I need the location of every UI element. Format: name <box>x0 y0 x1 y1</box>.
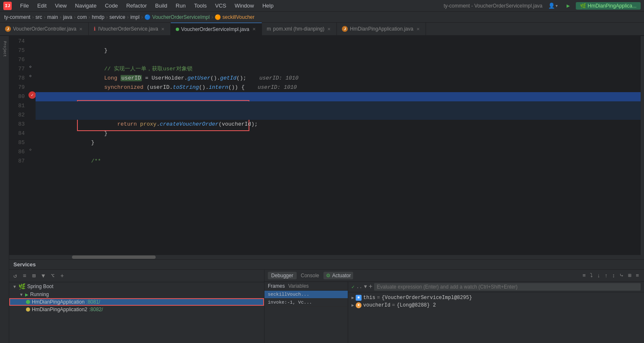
menu-view[interactable]: View <box>51 2 70 10</box>
debug-tabs-bar: Debugger Console ⚙ Actuator ≡ ⤵ ↓ ↑ ↕ <box>264 270 644 282</box>
breadcrumb-method[interactable]: 🟠 seckillVoucher <box>215 14 254 20</box>
debug-tab-console[interactable]: Console <box>298 272 323 279</box>
code-lines[interactable]: } // 实现一人一单，获取user对象锁 Long userID = User… <box>36 36 641 255</box>
frames-content: seckillVouch... invoke:-1, Vc... <box>264 291 348 343</box>
breadcrumb-java[interactable]: java <box>63 14 72 20</box>
tab-hm-app[interactable]: J HmDianPingApplication.java ✕ <box>337 23 426 35</box>
breadcrumb-src[interactable]: src <box>36 14 42 20</box>
tab-voucher-controller[interactable]: J VoucherOrderController.java ✕ <box>0 23 89 35</box>
services-tree: ▼ 🌿 Spring Boot ▼ ▶ Running <box>9 282 264 343</box>
var-voucher-icon: ● <box>356 302 362 308</box>
breadcrumb-class[interactable]: 🔵 VoucherOrderServiceImpl <box>144 14 210 20</box>
breadcrumb-impl[interactable]: impl <box>130 14 139 20</box>
services-body: ↺ ≡ ⊞ ▼ ⌥ + ▼ 🌿 Spring Boot <box>9 270 644 343</box>
check-icon: ✓ <box>352 284 354 290</box>
services-toolbar: ↺ ≡ ⊞ ▼ ⌥ + <box>9 270 264 282</box>
code-line-84: } <box>36 129 641 138</box>
horizontal-scrollbar[interactable] <box>9 255 644 259</box>
evaluate-input[interactable] <box>374 283 641 291</box>
debug-tool-step-out[interactable]: ↑ <box>603 272 610 280</box>
menu-refactor[interactable]: Refactor <box>123 2 150 10</box>
menu-window[interactable]: Window <box>231 2 257 10</box>
frame-item-0[interactable]: seckillVouch... <box>264 291 348 299</box>
tree-spring-boot[interactable]: ▼ 🌿 Spring Boot <box>9 282 264 291</box>
breakpoint-icon[interactable]: ✓ <box>28 91 36 99</box>
debug-tool-frames[interactable]: ⊞ <box>626 271 633 280</box>
frames-header: Frames Variables <box>264 282 348 291</box>
tabs-spacer <box>426 23 644 35</box>
code-line-80: Object o = AopContext.currentProxy(); <box>36 92 641 101</box>
code-line-74: } <box>36 37 641 46</box>
frames-tab[interactable]: Frames <box>268 283 285 289</box>
frame-item-1[interactable]: invoke:-1, Vc... <box>264 299 348 307</box>
add-btn[interactable]: + <box>59 272 65 280</box>
tab-warning-icon: ℹ <box>94 26 96 32</box>
tab-dot-green <box>176 28 179 31</box>
layout-btn[interactable]: ⊞ <box>31 271 37 280</box>
var-voucher-id[interactable]: ▶ ● voucherId = {Long@8288} 2 <box>348 302 644 309</box>
debug-tool-1[interactable]: ≡ <box>581 272 588 280</box>
hm-dianping-btn[interactable]: 🌿 HmDianPingApplica... <box>576 2 641 10</box>
project-label[interactable]: Project <box>3 41 7 57</box>
debug-tool-step-over[interactable]: ⤵ <box>588 272 595 280</box>
menu-help[interactable]: Help <box>259 2 277 10</box>
left-sidebar-strip: Project <box>0 36 9 343</box>
tab-pom-xml[interactable]: m pom.xml (hm-dianping) ✕ <box>262 23 337 35</box>
debug-tab-actuator[interactable]: ⚙ Actuator <box>323 272 354 279</box>
variables-tab[interactable]: Variables <box>288 283 309 289</box>
tab-voucher-impl[interactable]: VoucherOrderServiceImpl.java ✕ <box>171 23 262 35</box>
app2-port: :8082/ <box>89 307 103 312</box>
debug-tool-settings[interactable]: ≡ <box>634 272 641 280</box>
refresh-btn[interactable]: ↺ <box>12 271 18 280</box>
menu-vcs[interactable]: VCS <box>212 2 230 10</box>
tab-close[interactable]: ✕ <box>326 26 331 32</box>
tree-app1[interactable]: HmDianPingApplication :8081/ <box>9 298 264 306</box>
var-voucher-val: {Long@8288} 2 <box>397 302 436 308</box>
breadcrumb-main[interactable]: main <box>47 14 58 20</box>
tab-ivoucher-service[interactable]: ℹ IVoucherOrderService.java ✕ <box>89 23 170 35</box>
tab-label: VoucherOrderController.java <box>13 26 76 32</box>
filter-btn[interactable]: ▼ <box>40 272 46 280</box>
run-icon[interactable]: ▶ <box>564 2 572 10</box>
scroll-thumb[interactable] <box>72 255 156 259</box>
sort-btn[interactable]: ⌥ <box>49 271 56 280</box>
app2-status-dot <box>26 307 30 312</box>
tab-close[interactable]: ✕ <box>251 26 257 32</box>
services-title: Services <box>13 261 36 268</box>
vertical-scrollbar[interactable] <box>641 36 644 255</box>
debug-tab-debugger[interactable]: Debugger <box>268 272 297 279</box>
menu-edit[interactable]: Edit <box>34 2 50 10</box>
tab-label: IVoucherOrderService.java <box>98 26 158 32</box>
group-btn[interactable]: ≡ <box>21 272 28 280</box>
menu-navigate[interactable]: Navigate <box>72 2 100 10</box>
user-icon[interactable]: 👤▾ <box>546 2 561 10</box>
menu-build[interactable]: Build <box>152 2 171 10</box>
menu-run[interactable]: Run <box>172 2 189 10</box>
debug-tool-evaluate[interactable]: ⤷ <box>618 271 626 280</box>
tree-app2[interactable]: HmDianPingApplication2 :8082/ <box>9 306 264 313</box>
breadcrumb-com[interactable]: com <box>77 14 87 20</box>
tree-running[interactable]: ▼ ▶ Running <box>9 291 264 298</box>
debug-toolbar: ≡ ⤵ ↓ ↑ ↕ ⤷ ⊞ ≡ <box>581 271 641 280</box>
var-this[interactable]: ▶ ■ this = {VoucherOrderServiceImpl@8295… <box>348 294 644 302</box>
var-voucher-key: voucherId <box>363 302 390 308</box>
services-header: Services <box>9 260 644 270</box>
tab-close[interactable]: ✕ <box>78 26 83 32</box>
tab-icon-app: J <box>342 26 348 32</box>
breadcrumb-service[interactable]: service <box>109 14 125 20</box>
breadcrumb-hmdp[interactable]: hmdp <box>92 14 104 20</box>
menu-tools[interactable]: Tools <box>191 2 210 10</box>
menu-file[interactable]: File <box>17 2 32 10</box>
spring-boot-label: Spring Boot <box>27 284 54 289</box>
debug-tool-run-cursor[interactable]: ↕ <box>611 272 617 280</box>
debug-tool-step-into[interactable]: ↓ <box>595 272 602 280</box>
menu-code[interactable]: Code <box>102 2 121 10</box>
add-watch-btn[interactable]: + <box>369 283 373 291</box>
breadcrumb: ty-comment › src › main › java › com › h… <box>0 12 644 23</box>
window-title: ty-comment - VoucherOrderServiceImpl.jav… <box>444 3 542 9</box>
menu-bar: IJ File Edit View Navigate Code Refactor… <box>0 0 644 12</box>
breadcrumb-project[interactable]: ty-comment <box>4 14 31 20</box>
tab-close[interactable]: ✕ <box>416 26 421 32</box>
tab-close[interactable]: ✕ <box>160 26 165 32</box>
var-this-icon: ■ <box>356 295 362 301</box>
